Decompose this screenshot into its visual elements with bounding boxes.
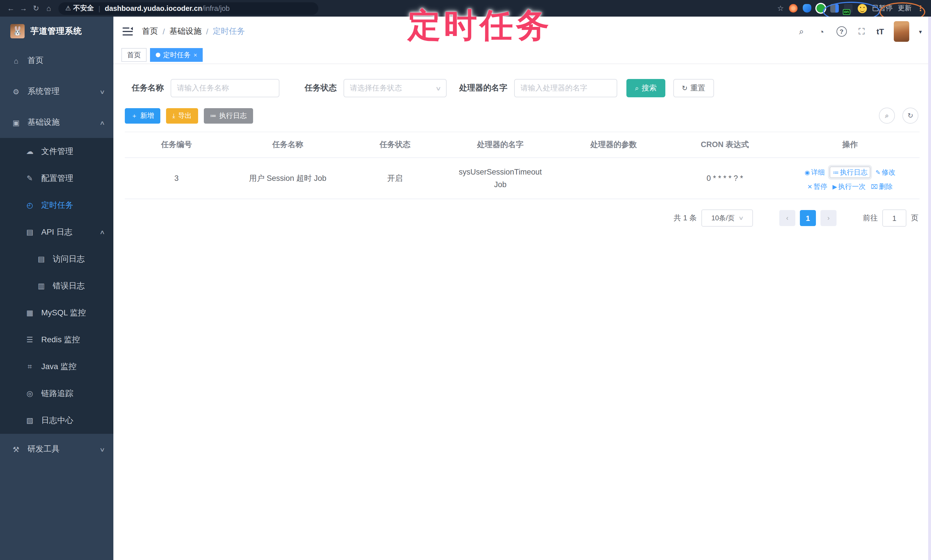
- address-bar[interactable]: ⚠ 不安全 | dashboard.yudao.iocoder.cn /infr…: [59, 2, 318, 15]
- github-icon[interactable]: ◔: [817, 27, 827, 36]
- sidebar-item-scheduled-job[interactable]: ◴ 定时任务: [0, 192, 113, 218]
- prev-page-button[interactable]: ‹: [779, 210, 795, 226]
- detail-link[interactable]: ◉ 详细: [805, 169, 825, 176]
- screen: ← → ↻ ⌂ ⚠ 不安全 | dashboard.yudao.iocoder.…: [0, 0, 931, 560]
- sidebar-item-mysql-monitor[interactable]: ▦ MySQL 监控: [0, 299, 113, 326]
- browser-menu-icon[interactable]: ⋮: [917, 4, 924, 12]
- reset-button[interactable]: ↻ 重置: [673, 79, 714, 97]
- sidebar-item-log-center[interactable]: ▧ 日志中心: [0, 407, 113, 434]
- sidebar: 🐰 芋道管理系统 ⌂ 首页 ⚙ 系统管理 ∨ ▣ 基础设施 ∧ ☁ 文件管理: [0, 17, 113, 560]
- export-button[interactable]: ⤓ 导出: [166, 108, 198, 123]
- col-job-status: 任务状态: [347, 132, 442, 158]
- browser-extensions-area: ☆ on 已暂停 更新 ⋮: [777, 3, 926, 13]
- sidebar-item-config-manage[interactable]: ✎ 配置管理: [0, 165, 113, 192]
- sidebar-item-trace[interactable]: ◎ 链路追踪: [0, 380, 113, 407]
- sidebar-item-access-log[interactable]: ▤ 访问日志: [0, 246, 113, 272]
- pencil-icon: ✎: [876, 169, 881, 175]
- add-button-label: 新增: [140, 111, 154, 120]
- exec-log-button[interactable]: ≔ 执行日志: [204, 108, 253, 123]
- pause-link[interactable]: ✕ 暂停: [807, 183, 827, 190]
- extension-icon-orange[interactable]: [789, 4, 798, 12]
- actions-line-1: ◉ 详细 ≔ 执行日志 ✎ 修改: [783, 166, 917, 178]
- tab-close-icon[interactable]: ×: [194, 51, 197, 58]
- search-icon[interactable]: ⌕: [797, 26, 807, 37]
- paused-badge[interactable]: 已暂停: [872, 3, 892, 13]
- app-logo: 🐰: [10, 24, 25, 38]
- add-button[interactable]: ＋ 新增: [125, 108, 160, 123]
- sidebar-item-file-manage[interactable]: ☁ 文件管理: [0, 138, 113, 165]
- sidebar-item-error-log[interactable]: ▥ 错误日志: [0, 272, 113, 299]
- navbar-actions: ⌕ ◔ ? ⛶ tT ▾: [797, 21, 922, 42]
- handler-name-text: sysUserSessionTimeoutJob: [458, 166, 543, 191]
- sidebar-item-home[interactable]: ⌂ 首页: [0, 45, 113, 76]
- edit-link[interactable]: ✎ 修改: [876, 169, 896, 176]
- breadcrumb: 首页 / 基础设施 / 定时任务: [142, 26, 245, 37]
- security-label[interactable]: 不安全: [73, 3, 94, 13]
- page-size-select[interactable]: 10条/页 ∨: [701, 209, 753, 227]
- row-exec-log-label: 执行日志: [840, 169, 868, 176]
- edit-square-icon: ✎: [25, 174, 34, 183]
- table-toolbar: ＋ 新增 ⤓ 导出 ≔ 执行日志 ⌕ ↻: [125, 108, 920, 124]
- run-once-link[interactable]: ▶ 执行一次: [832, 183, 866, 190]
- extension-icon-list[interactable]: on: [844, 4, 852, 12]
- search-button-icon: ⌕: [635, 84, 639, 92]
- hide-search-button[interactable]: ⌕: [879, 108, 895, 124]
- user-avatar[interactable]: [894, 21, 909, 42]
- page-scrollbar[interactable]: [928, 17, 931, 560]
- fullscreen-icon[interactable]: ⛶: [857, 26, 867, 37]
- handler-name-input[interactable]: 请输入处理器的名字: [514, 79, 617, 97]
- app-logo-row[interactable]: 🐰 芋道管理系统: [0, 17, 113, 45]
- extension-icon-blue[interactable]: [803, 4, 811, 12]
- run-once-link-label: 执行一次: [838, 183, 866, 190]
- sidebar-item-infra[interactable]: ▣ 基础设施 ∧: [0, 107, 113, 138]
- font-size-icon[interactable]: tT: [877, 27, 884, 36]
- sidebar-item-label: 基础设施: [28, 117, 60, 128]
- tab-scheduled-job[interactable]: 定时任务 ×: [150, 48, 203, 62]
- select-chevron-down-icon: ∨: [738, 215, 744, 221]
- cell-handler-name: sysUserSessionTimeoutJob: [442, 158, 558, 199]
- col-handler-param: 处理器的参数: [558, 132, 669, 158]
- avatar-caret-icon[interactable]: ▾: [919, 28, 922, 35]
- job-status-select[interactable]: 请选择任务状态 ∨: [344, 79, 447, 97]
- browser-forward-icon[interactable]: →: [17, 4, 30, 12]
- goto-page-input[interactable]: 1: [882, 209, 906, 227]
- cell-job-id: 3: [125, 158, 228, 199]
- sidebar-item-system[interactable]: ⚙ 系统管理 ∨: [0, 76, 113, 107]
- extension-on-badge: on: [843, 9, 850, 15]
- search-button[interactable]: ⌕ 搜索: [626, 79, 665, 97]
- breadcrumb-home[interactable]: 首页: [142, 26, 158, 37]
- breadcrumb-infra[interactable]: 基础设施: [170, 26, 202, 37]
- help-icon[interactable]: ?: [837, 26, 847, 37]
- pagination: 共 1 条 10条/页 ∨ ‹ 1 › 前往 1 页: [125, 209, 919, 227]
- browser-home-icon[interactable]: ⌂: [42, 4, 55, 12]
- next-page-button[interactable]: ›: [820, 210, 837, 226]
- extension-icon-green[interactable]: [817, 4, 825, 12]
- row-exec-log-link[interactable]: ≔ 执行日志: [830, 166, 870, 178]
- url-path: /infra/job: [202, 4, 230, 12]
- sidebar-item-java-monitor[interactable]: ⌗ Java 监控: [0, 353, 113, 380]
- emoji-avatar-icon[interactable]: [858, 4, 867, 13]
- browser-back-icon[interactable]: ←: [5, 4, 17, 12]
- sidebar-item-label: 文件管理: [41, 146, 73, 157]
- extension-icon-grid[interactable]: [830, 4, 839, 12]
- bookmark-star-icon[interactable]: ☆: [777, 4, 784, 12]
- sidebar-item-dev-tools[interactable]: ⚒ 研发工具 ∨: [0, 434, 113, 465]
- update-button[interactable]: 更新: [898, 3, 911, 13]
- delete-link[interactable]: ⌧ 删除: [871, 183, 892, 190]
- tab-home[interactable]: 首页: [122, 48, 146, 62]
- eye-icon: ◉: [805, 169, 810, 175]
- log-center-icon: ▧: [25, 416, 34, 425]
- sidebar-item-redis-monitor[interactable]: ☰ Redis 监控: [0, 326, 113, 353]
- sidebar-item-label: Redis 监控: [41, 334, 80, 345]
- sidebar-collapse-icon[interactable]: [123, 28, 133, 35]
- current-page-button[interactable]: 1: [800, 210, 816, 226]
- job-status-label: 任务状态: [305, 83, 337, 93]
- sidebar-item-api-log[interactable]: ▤ API 日志 ∧: [0, 218, 113, 246]
- table-tools: ⌕ ↻: [879, 108, 920, 124]
- refresh-table-button[interactable]: ↻: [902, 108, 919, 124]
- list-icon: ≔: [210, 112, 216, 119]
- job-name-input[interactable]: 请输入任务名称: [171, 79, 279, 97]
- redis-icon: ☰: [25, 335, 34, 344]
- browser-reload-icon[interactable]: ↻: [30, 4, 42, 12]
- play-icon: ▶: [832, 184, 837, 190]
